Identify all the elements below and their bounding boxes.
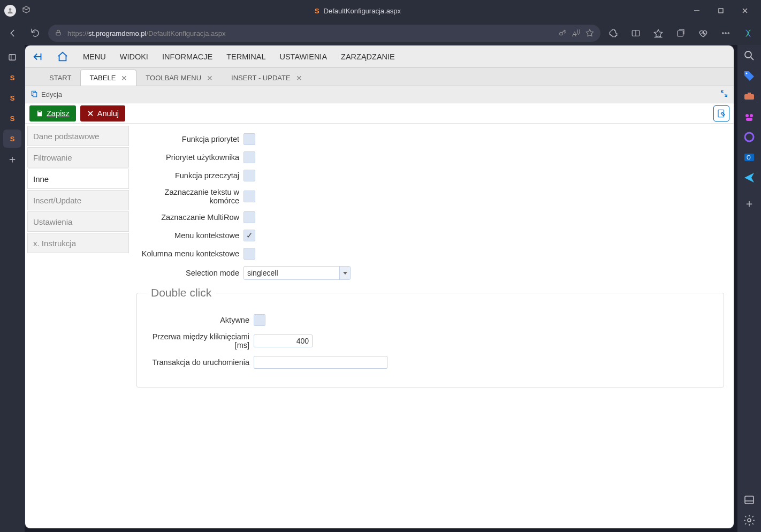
profile-avatar[interactable]	[4, 5, 16, 17]
legend-double-click: Double click	[147, 286, 216, 299]
address-bar[interactable]: https://st.programdemo.pl/DefaultKonfigu…	[48, 25, 600, 42]
m365-icon[interactable]	[743, 131, 756, 143]
input-transakcja[interactable]	[254, 356, 387, 369]
svg-rect-30	[744, 94, 754, 100]
menu-item-informacje[interactable]: INFORMACJE	[162, 52, 212, 61]
copilot-icon[interactable]	[739, 24, 758, 43]
sidebar-item-x-instrukcja[interactable]: x. Instrukcja	[27, 233, 129, 253]
page-favicon: S	[315, 7, 319, 15]
label-menu-kontekstowe: Menu kontekstowe	[136, 231, 243, 240]
edit-note-icon[interactable]	[713, 105, 729, 121]
window-close-button[interactable]	[733, 0, 757, 21]
vertical-tab-4[interactable]: S	[3, 130, 21, 148]
menu-item-zarzadzanie[interactable]: ZARZĄDZANIE	[341, 52, 395, 61]
health-icon[interactable]	[694, 24, 713, 43]
app-menu: MENU WIDOKI INFORMACJE TERMINAL USTAWIEN…	[83, 52, 395, 61]
action-bar: Zapisz Anuluj	[25, 103, 734, 124]
search-icon[interactable]	[743, 49, 756, 62]
input-przerwa-ms[interactable]	[254, 335, 313, 347]
vertical-tab-3[interactable]: S	[3, 109, 21, 127]
app-back-icon[interactable]	[31, 49, 45, 64]
svg-point-15	[728, 33, 729, 34]
window-titlebar: S DefaultKonfiguracja.aspx	[0, 0, 761, 21]
checkbox-menu-kontekstowe[interactable]: ✓	[243, 230, 255, 241]
label-funkcja-przeczytaj: Funkcja przeczytaj	[136, 171, 243, 180]
extensions-icon[interactable]	[604, 24, 623, 43]
vertical-tab-2[interactable]: S	[3, 89, 21, 107]
favorite-star-icon[interactable]	[585, 28, 594, 39]
label-kolumna-menu-kontekstowe: Kolumna menu kontekstowe	[136, 249, 243, 258]
tab-start[interactable]: START	[40, 70, 80, 86]
workspaces-icon[interactable]	[21, 5, 31, 17]
app-home-icon[interactable]	[55, 49, 70, 64]
vertical-tabs-toggle-icon[interactable]	[3, 48, 21, 66]
page-title: DefaultKonfiguracja.aspx	[324, 7, 401, 15]
svg-rect-31	[748, 93, 751, 94]
vertical-tab-1[interactable]: S	[3, 69, 21, 87]
sidebar-item-ustawienia[interactable]: Ustawienia	[27, 211, 129, 232]
url-text: https://st.programdemo.pl/DefaultKonfigu…	[67, 29, 553, 37]
vertical-tab-strip: S S S S ＋	[0, 45, 25, 532]
outlook-icon[interactable]: O	[743, 151, 756, 164]
checkbox-kolumna-menu-kontekstowe[interactable]	[243, 248, 255, 260]
svg-line-28	[751, 57, 754, 60]
menu-item-ustawienia[interactable]: USTAWIENIA	[279, 52, 327, 61]
svg-point-33	[750, 114, 753, 117]
send-icon[interactable]	[743, 171, 756, 184]
chevron-down-icon	[339, 267, 350, 279]
checkbox-funkcja-przeczytaj[interactable]	[243, 170, 255, 181]
close-icon[interactable]: ✕	[296, 74, 302, 82]
sidebar-item-filtrowanie[interactable]: Filtrowanie	[27, 147, 129, 168]
svg-rect-34	[746, 118, 752, 121]
label-przerwa: Przerwa między kliknięciami [ms]	[147, 332, 254, 349]
close-icon[interactable]: ✕	[121, 74, 127, 82]
menu-item-terminal[interactable]: TERMINAL	[226, 52, 265, 61]
sidebar-item-dane-podstawowe[interactable]: Dane podstawowe	[27, 126, 129, 146]
split-screen-icon[interactable]	[626, 24, 645, 43]
panel-toggle-icon[interactable]	[743, 493, 756, 506]
cancel-button[interactable]: Anuluj	[80, 105, 125, 121]
save-button[interactable]: Zapisz	[29, 105, 76, 121]
window-minimize-button[interactable]	[684, 0, 709, 21]
label-zazn-tekst-komorka: Zaznaczanie tekstu w komórce	[136, 188, 243, 205]
select-selection-mode[interactable]: singlecell	[243, 266, 351, 280]
checkbox-zazn-multirow[interactable]	[243, 211, 255, 223]
checkbox-priorytet-uzytkownika[interactable]	[243, 151, 255, 163]
menu-item-widoki[interactable]: WIDOKI	[120, 52, 148, 61]
reader-icon[interactable]: A))	[572, 29, 580, 38]
edge-sidebar: O ＋	[737, 45, 761, 532]
label-funkcja-priorytet: Funkcja priorytet	[136, 135, 243, 143]
key-icon[interactable]	[558, 28, 567, 39]
checkbox-aktywne[interactable]	[254, 314, 265, 326]
nav-back-button[interactable]	[3, 24, 22, 43]
checkbox-funkcja-priorytet[interactable]	[243, 133, 255, 145]
svg-rect-19	[33, 93, 37, 97]
tab-toolbar-menu[interactable]: TOOLBAR MENU✕	[136, 70, 222, 86]
tools-icon[interactable]	[743, 90, 756, 103]
sidebar-item-insert-update[interactable]: Insert/Update	[27, 190, 129, 210]
more-icon[interactable]	[716, 24, 735, 43]
svg-point-13	[722, 33, 724, 34]
tab-tabele[interactable]: TABELE✕	[80, 70, 136, 86]
nav-refresh-button[interactable]	[26, 24, 45, 43]
favorites-icon[interactable]	[649, 24, 668, 43]
menu-item-menu[interactable]: MENU	[83, 52, 106, 61]
window-maximize-button[interactable]	[709, 0, 733, 21]
add-icon[interactable]: ＋	[743, 197, 756, 210]
svg-rect-12	[678, 31, 683, 37]
collections-icon[interactable]	[671, 24, 690, 43]
svg-point-27	[745, 51, 751, 58]
checkbox-zazn-tekst-komorka[interactable]	[243, 191, 255, 202]
sidebar-item-inne[interactable]: Inne	[27, 169, 129, 189]
browser-toolbar: https://st.programdemo.pl/DefaultKonfigu…	[0, 21, 761, 45]
games-icon[interactable]	[743, 110, 756, 123]
label-aktywne: Aktywne	[147, 316, 254, 324]
new-tab-button[interactable]: ＋	[3, 150, 21, 168]
svg-marker-26	[343, 272, 347, 275]
svg-text:O: O	[747, 155, 751, 161]
close-icon[interactable]: ✕	[207, 74, 213, 82]
tab-insert-update[interactable]: INSERT - UPDATE✕	[222, 70, 311, 86]
settings-gear-icon[interactable]	[743, 514, 756, 527]
shopping-tag-icon[interactable]	[743, 70, 756, 82]
expand-icon[interactable]	[720, 89, 728, 100]
